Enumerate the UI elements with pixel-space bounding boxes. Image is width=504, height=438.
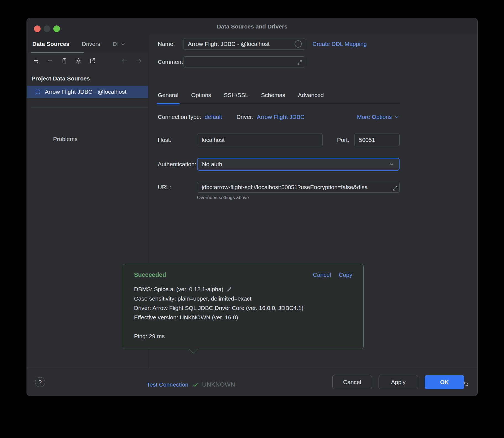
port-label: Port: <box>337 137 349 143</box>
effective-version-info: Effective version: UNKNOWN (ver. 16.0) <box>134 313 238 322</box>
test-connection-result-popup: Succeeded Cancel Copy DBMS: Spice.ai (ve… <box>123 264 364 349</box>
tree-item-arrow-flight-jdbc[interactable]: Arrow Flight JDBC - @localhost <box>27 86 148 98</box>
connection-type-value-link[interactable]: default <box>205 114 222 120</box>
remove-icon[interactable] <box>47 58 54 64</box>
open-external-icon[interactable] <box>89 58 96 64</box>
authentication-select[interactable]: No auth <box>197 158 400 171</box>
url-hint-text: Overrides settings above <box>158 195 400 200</box>
sidebar-toolbar <box>27 53 148 69</box>
case-sensitivity-info: Case sensitivity: plain=upper, delimited… <box>134 294 251 303</box>
popup-details: DBMS: Spice.ai (ver. 0.12.1-alpha) Case … <box>134 285 352 341</box>
pencil-icon[interactable] <box>226 286 232 292</box>
window-title: Data Sources and Drivers <box>27 18 477 35</box>
tab-general[interactable]: General <box>158 92 179 98</box>
popup-copy-link[interactable]: Copy <box>339 272 352 278</box>
sidebar-divider <box>31 107 148 108</box>
comment-row: Comment: <box>158 56 400 67</box>
tab-ddl-mappings-truncated[interactable]: DDL Mappings <box>113 41 126 47</box>
name-refresh-icon <box>295 40 302 48</box>
driver-value-link[interactable]: Arrow Flight JDBC <box>257 114 305 120</box>
back-arrow-icon[interactable] <box>121 58 128 64</box>
dialog-footer: ? Cancel Apply OK <box>27 368 477 396</box>
active-tab-indicator <box>31 52 84 53</box>
comment-input[interactable] <box>183 56 305 67</box>
ping-info: Ping: 29 ms <box>134 332 165 341</box>
name-label: Name: <box>158 41 183 47</box>
checkmark-icon <box>192 381 199 388</box>
forward-arrow-icon[interactable] <box>135 58 142 64</box>
authentication-label: Authentication: <box>158 161 197 168</box>
driver-info: Driver: Arrow Flight SQL JDBC Driver Cor… <box>134 303 303 313</box>
name-input[interactable]: Arrow Flight JDBC - @localhost <box>183 38 305 50</box>
data-source-icon <box>35 89 41 95</box>
add-icon[interactable] <box>33 58 40 64</box>
create-ddl-mapping-link[interactable]: Create DDL Mapping <box>313 41 367 47</box>
revert-icon[interactable] <box>463 380 470 387</box>
comment-label: Comment: <box>158 59 183 65</box>
test-connection-row: Test Connection UNKNOWN <box>147 381 235 388</box>
connection-type-label: Connection type: <box>158 114 201 120</box>
status-badge: Succeeded <box>134 271 166 278</box>
url-row: URL: jdbc:arrow-flight-sql://localhost:5… <box>158 182 400 193</box>
popup-cancel-link[interactable]: Cancel <box>313 272 331 278</box>
gear-icon[interactable] <box>75 58 82 64</box>
tab-options[interactable]: Options <box>191 92 211 98</box>
test-connection-link[interactable]: Test Connection <box>147 381 188 388</box>
tab-ssh-ssl[interactable]: SSH/SSL <box>224 92 248 98</box>
form-tabs: General Options SSH/SSL Schemas Advanced <box>158 92 400 104</box>
port-input[interactable]: 50051 <box>354 134 400 146</box>
expand-icon[interactable] <box>392 185 398 191</box>
host-label: Host: <box>158 137 197 143</box>
chevron-down-icon <box>394 114 400 120</box>
tree-item-label: Arrow Flight JDBC - @localhost <box>45 88 127 95</box>
url-input[interactable]: jdbc:arrow-flight-sql://localhost:50051?… <box>197 182 400 193</box>
authentication-row: Authentication: No auth <box>158 158 400 171</box>
name-row: Name: Arrow Flight JDBC - @localhost Cre… <box>158 38 400 50</box>
driver-label: Driver: <box>237 114 254 120</box>
ok-button[interactable]: OK <box>425 375 464 389</box>
dbms-info: DBMS: Spice.ai (ver. 0.12.1-alpha) <box>134 285 223 294</box>
more-options-link[interactable]: More Options <box>357 114 400 120</box>
tab-data-sources[interactable]: Data Sources <box>32 41 69 47</box>
sidebar-tabs: Data Sources Drivers DDL Mappings <box>27 35 148 53</box>
cancel-button[interactable]: Cancel <box>332 375 372 389</box>
data-sources-dialog: Data Sources and Drivers Data Sources Dr… <box>27 18 478 396</box>
project-data-sources-header: Project Data Sources <box>27 69 148 84</box>
chevron-down-icon <box>389 161 395 167</box>
tab-advanced[interactable]: Advanced <box>298 92 324 98</box>
host-input[interactable]: localhost <box>197 134 323 146</box>
duplicate-icon[interactable] <box>61 58 68 64</box>
apply-button[interactable]: Apply <box>379 375 418 389</box>
problems-link[interactable]: Problems <box>27 136 148 142</box>
chevron-down-icon[interactable] <box>120 41 126 47</box>
tab-schemas[interactable]: Schemas <box>261 92 285 98</box>
expand-icon[interactable] <box>297 59 303 66</box>
title-bar: Data Sources and Drivers <box>27 18 477 35</box>
connection-type-row: Connection type: default Driver: Arrow F… <box>158 113 400 121</box>
connection-status-text: UNKNOWN <box>202 381 235 388</box>
help-icon[interactable]: ? <box>35 377 45 387</box>
host-row: Host: localhost Port: 50051 <box>158 134 400 146</box>
url-label: URL: <box>158 184 197 191</box>
tab-drivers[interactable]: Drivers <box>82 41 100 47</box>
